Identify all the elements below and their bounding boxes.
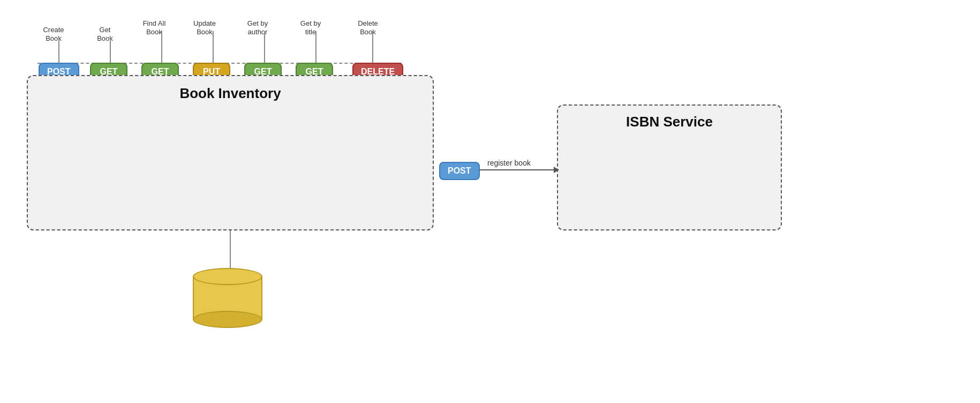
- vline-get-book: [110, 38, 111, 63]
- isbn-service-title: ISBN Service: [557, 106, 782, 130]
- register-arrow-line: [479, 169, 559, 170]
- label-update-book: UpdateBook: [183, 19, 226, 36]
- label-delete-book: DeleteBook: [344, 19, 392, 36]
- db-ellipse-bottom: [193, 311, 262, 328]
- register-book-label: register book: [487, 159, 531, 167]
- diagram-container: CreateBook GetBook Find AllBook UpdateBo…: [11, 11, 969, 391]
- db-ellipse-top: [193, 268, 262, 285]
- vline-delete: [372, 31, 373, 63]
- label-get-by-title: Get bytitle: [289, 19, 332, 36]
- vline-db: [230, 230, 231, 273]
- database-cylinder: [193, 268, 262, 338]
- label-get-book: GetBook: [84, 26, 126, 42]
- register-book-connector: [479, 169, 559, 170]
- vline-get-author: [264, 31, 265, 63]
- vline-get-title: [315, 31, 316, 63]
- label-find-all-book: Find AllBook: [133, 19, 176, 36]
- book-inventory-title: Book Inventory: [27, 78, 434, 102]
- vline-create: [58, 38, 59, 63]
- vline-find-all: [161, 31, 162, 63]
- label-create-book: CreateBook: [32, 26, 75, 42]
- label-get-by-author: Get byauthor: [233, 19, 282, 36]
- post-badge-register[interactable]: POST: [439, 162, 480, 180]
- vline-update: [213, 31, 214, 63]
- arrow-head: [554, 167, 559, 173]
